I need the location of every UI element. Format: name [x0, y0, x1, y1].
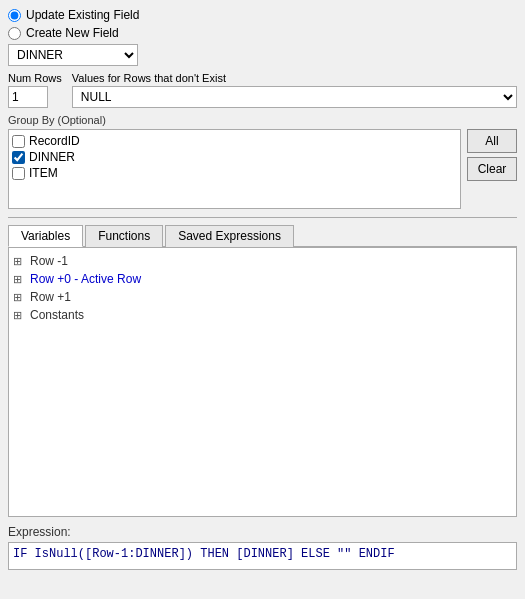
variables-panel: ⊞ Row -1 ⊞ Row +0 - Active Row ⊞ Row +1 …	[8, 247, 517, 517]
values-for-rows-group: Values for Rows that don't Exist NULL	[72, 72, 517, 108]
expand-icon-row-plus-1: ⊞	[13, 291, 27, 304]
label-dinner: DINNER	[29, 150, 75, 164]
expand-icon-row-active: ⊞	[13, 273, 27, 286]
group-by-item-recordid: RecordID	[12, 133, 457, 149]
checkbox-item[interactable]	[12, 167, 25, 180]
group-by-layout: RecordID DINNER ITEM All Clear	[8, 129, 517, 209]
tree-item-constants[interactable]: ⊞ Constants	[13, 306, 512, 324]
label-recordid: RecordID	[29, 134, 80, 148]
update-existing-radio-row: Update Existing Field	[8, 8, 517, 22]
update-existing-label: Update Existing Field	[26, 8, 139, 22]
num-rows-label: Num Rows	[8, 72, 62, 84]
create-new-label: Create New Field	[26, 26, 119, 40]
tree-item-row-plus-1[interactable]: ⊞ Row +1	[13, 288, 512, 306]
expand-icon-constants: ⊞	[13, 309, 27, 322]
clear-button[interactable]: Clear	[467, 157, 517, 181]
expression-label: Expression:	[8, 525, 517, 539]
create-new-radio[interactable]	[8, 27, 21, 40]
tree-item-label-constants: Constants	[30, 308, 84, 322]
tree-item-label-row-minus-1: Row -1	[30, 254, 68, 268]
tab-functions[interactable]: Functions	[85, 225, 163, 247]
group-by-item-item: ITEM	[12, 165, 457, 181]
checkbox-recordid[interactable]	[12, 135, 25, 148]
field-select[interactable]: DINNER	[8, 44, 138, 66]
tree-item-row-active[interactable]: ⊞ Row +0 - Active Row	[13, 270, 512, 288]
expand-icon-row-minus-1: ⊞	[13, 255, 27, 268]
num-rows-input-wrap	[8, 86, 62, 108]
update-existing-radio[interactable]	[8, 9, 21, 22]
tree-item-label-row-plus-1: Row +1	[30, 290, 71, 304]
tabs-bar: Variables Functions Saved Expressions	[8, 224, 517, 247]
group-by-item-dinner: DINNER	[12, 149, 457, 165]
num-rows-group: Num Rows	[8, 72, 62, 108]
values-for-rows-select[interactable]: NULL	[72, 86, 517, 108]
num-rows-input[interactable]	[8, 86, 48, 108]
tab-variables[interactable]: Variables	[8, 225, 83, 247]
tree-item-row-minus-1[interactable]: ⊞ Row -1	[13, 252, 512, 270]
tab-saved-expressions[interactable]: Saved Expressions	[165, 225, 294, 247]
create-new-radio-row: Create New Field	[8, 26, 517, 40]
checkbox-dinner[interactable]	[12, 151, 25, 164]
group-by-label: Group By (Optional)	[8, 114, 517, 126]
group-by-list: RecordID DINNER ITEM	[8, 129, 461, 209]
num-rows-values-row: Num Rows Values for Rows that don't Exis…	[8, 72, 517, 108]
values-for-rows-label: Values for Rows that don't Exist	[72, 72, 517, 84]
tree-item-label-row-active: Row +0 - Active Row	[30, 272, 141, 286]
expression-section: Expression: IF IsNull([Row-1:DINNER]) TH…	[8, 525, 517, 570]
field-dropdown-row: DINNER	[8, 44, 517, 66]
expression-box[interactable]: IF IsNull([Row-1:DINNER]) THEN [DINNER] …	[8, 542, 517, 570]
group-by-buttons: All Clear	[467, 129, 517, 209]
all-button[interactable]: All	[467, 129, 517, 153]
main-container: Update Existing Field Create New Field D…	[0, 0, 525, 578]
divider	[8, 217, 517, 218]
label-item: ITEM	[29, 166, 58, 180]
group-by-section: Group By (Optional) RecordID DINNER ITEM…	[8, 114, 517, 209]
